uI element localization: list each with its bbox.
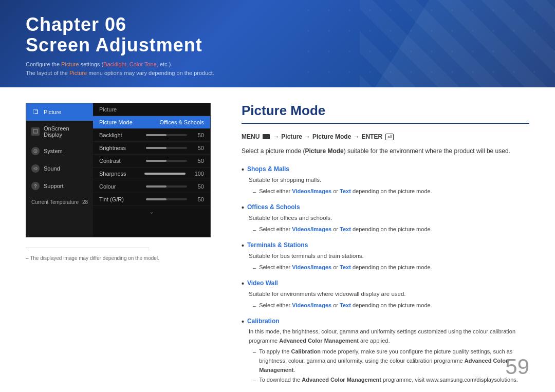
row-label-backlight: Backlight bbox=[99, 132, 135, 138]
svg-point-4 bbox=[35, 151, 36, 152]
intro-text: Select a picture mode (Picture Mode) sui… bbox=[242, 146, 529, 156]
mockup-row-picture-mode[interactable]: Picture Mode Offices & Schools bbox=[93, 116, 210, 129]
mockup-row-tint[interactable]: Tint (G/R) 50 bbox=[93, 193, 210, 206]
row-value-picture-mode: Offices & Schools bbox=[159, 119, 204, 125]
menu-menu: MENU bbox=[242, 133, 260, 140]
bullet-title-shops: • Shops & Malls bbox=[242, 165, 529, 173]
desc2-picture: Picture bbox=[69, 70, 87, 76]
desc1-picture: Picture bbox=[61, 61, 79, 67]
chapter-subtitle: Screen Adjustment bbox=[26, 35, 202, 55]
bullet-video-wall: • Video Wall Suitable for environments w… bbox=[242, 279, 529, 310]
sidebar-label-support: Support bbox=[44, 183, 64, 189]
page-number: 59 bbox=[505, 354, 529, 379]
left-divider bbox=[26, 248, 149, 248]
bullet-dot-offices: • bbox=[242, 204, 244, 211]
bullet-calibration: • Calibration In this mode, the brightne… bbox=[242, 318, 529, 385]
sound-sidebar-icon bbox=[31, 164, 40, 173]
sub-text-terminals: Select either Videos/Images or Text depe… bbox=[259, 263, 432, 272]
sidebar-item-onscreen[interactable]: OnScreen Display bbox=[26, 121, 93, 142]
row-value-colour: 50 bbox=[198, 183, 204, 190]
bullet-dot-terminals: • bbox=[242, 242, 244, 249]
sidebar-item-sound[interactable]: Sound bbox=[26, 160, 93, 177]
calibration-desc1: In this mode, the brightness, colour, ga… bbox=[249, 327, 529, 345]
bullet-terminals: • Terminals & Stations Suitable for bus … bbox=[242, 241, 529, 272]
menu-arrow1: → bbox=[273, 133, 279, 140]
bullet-label-offices: Offices & Schools bbox=[247, 203, 300, 211]
sidebar-item-picture[interactable]: Picture bbox=[26, 103, 93, 121]
main-content: Picture OnScreen Display System bbox=[0, 87, 555, 392]
row-value-backlight: 50 bbox=[198, 132, 204, 138]
enter-icon: ⏎ bbox=[385, 134, 394, 140]
sub-dash-cal1: – bbox=[253, 348, 256, 357]
right-panel: Picture Mode MENU → Picture → Picture Mo… bbox=[242, 103, 529, 377]
menu-arrow2: → bbox=[304, 133, 310, 140]
row-value-contrast: 50 bbox=[198, 158, 204, 164]
header-text: Chapter 06 Screen Adjustment bbox=[26, 14, 202, 55]
sidebar-temp: Current Temperature 28 bbox=[26, 195, 93, 210]
row-label-sharpness: Sharpness bbox=[99, 171, 135, 177]
sidebar-label-onscreen: OnScreen Display bbox=[44, 125, 88, 138]
mockup-row-brightness[interactable]: Brightness 50 bbox=[93, 142, 210, 155]
mockup-row-colour[interactable]: Colour 50 bbox=[93, 180, 210, 193]
row-bar-brightness bbox=[146, 147, 187, 149]
sub-text-cal1: To apply the Calibration mode properly, … bbox=[259, 347, 529, 375]
menu-path: MENU → Picture → Picture Mode → ENTER ⏎ bbox=[242, 133, 529, 140]
mockup-row-sharpness[interactable]: Sharpness 100 bbox=[93, 167, 210, 180]
row-value-tint: 50 bbox=[198, 196, 204, 202]
display-sidebar-icon bbox=[31, 127, 40, 136]
bullet-desc-video-wall: Suitable for environments where videowal… bbox=[249, 289, 529, 298]
picture-sidebar-icon bbox=[31, 108, 40, 116]
row-bar-contrast bbox=[146, 160, 187, 162]
sub-dash-cal2: – bbox=[253, 376, 256, 385]
bullet-title-terminals: • Terminals & Stations bbox=[242, 241, 529, 249]
desc1-color: Backlight, Color Tone, bbox=[103, 61, 158, 67]
bullet-label-terminals: Terminals & Stations bbox=[247, 241, 308, 249]
header-desc-line1: Configure the Picture settings (Backligh… bbox=[26, 60, 214, 69]
svg-rect-2 bbox=[33, 129, 38, 133]
mockup-main: Picture Picture Mode Offices & Schools B… bbox=[93, 103, 210, 237]
svg-marker-5 bbox=[34, 167, 36, 170]
sub-dash-video-wall: – bbox=[253, 302, 256, 311]
row-value-brightness: 50 bbox=[198, 145, 204, 151]
header-desc: Configure the Picture settings (Backligh… bbox=[26, 60, 214, 78]
bullet-dot-shops: • bbox=[242, 166, 244, 173]
sidebar-label-system: System bbox=[44, 148, 63, 154]
mockup-main-header: Picture bbox=[93, 103, 210, 116]
system-sidebar-icon bbox=[31, 147, 40, 155]
desc2-suffix: menu options may vary depending on the p… bbox=[87, 70, 214, 76]
note-text: The displayed image may differ depending… bbox=[30, 255, 159, 261]
sub-text-video-wall: Select either Videos/Images or Text depe… bbox=[259, 301, 432, 310]
temp-value: 28 bbox=[82, 199, 88, 205]
bullet-title-video-wall: • Video Wall bbox=[242, 279, 529, 287]
bullet-title-offices: • Offices & Schools bbox=[242, 203, 529, 211]
ui-mockup: Picture OnScreen Display System bbox=[26, 103, 211, 237]
sub-bullet-offices: – Select either Videos/Images or Text de… bbox=[253, 225, 529, 235]
left-panel: Picture OnScreen Display System bbox=[26, 103, 221, 377]
hex-pattern bbox=[298, 0, 555, 87]
row-bar-colour bbox=[146, 185, 187, 188]
mockup-layout: Picture OnScreen Display System bbox=[26, 103, 210, 237]
menu-picture-mode: Picture Mode bbox=[312, 133, 351, 140]
sub-bullet-calibration1: – To apply the Calibration mode properly… bbox=[253, 347, 529, 375]
bullet-title-calibration: • Calibration bbox=[242, 318, 529, 325]
support-sidebar-icon: ? bbox=[31, 182, 40, 190]
sub-bullet-calibration2: – To download the Advanced Color Managem… bbox=[253, 376, 529, 385]
sidebar-item-system[interactable]: System bbox=[26, 142, 93, 160]
bullet-offices: • Offices & Schools Suitable for offices… bbox=[242, 203, 529, 234]
row-label-contrast: Contrast bbox=[99, 158, 135, 164]
row-label-brightness: Brightness bbox=[99, 145, 135, 151]
menu-icon bbox=[263, 134, 270, 139]
sidebar-label-sound: Sound bbox=[44, 165, 60, 172]
desc1-suffix: etc.). bbox=[158, 61, 173, 67]
row-label-colour: Colour bbox=[99, 183, 135, 190]
mockup-row-contrast[interactable]: Contrast 50 bbox=[93, 155, 210, 167]
mockup-row-backlight[interactable]: Backlight 50 bbox=[93, 129, 210, 142]
sub-text-cal2: To download the Advanced Color Managemen… bbox=[259, 376, 518, 385]
desc1-middle: settings ( bbox=[79, 61, 103, 67]
sub-dash-terminals: – bbox=[253, 264, 256, 273]
left-note: – The displayed image may differ dependi… bbox=[26, 254, 221, 262]
bullet-dot-calibration: • bbox=[242, 318, 244, 325]
desc2-prefix: The layout of the bbox=[26, 70, 69, 76]
sidebar-item-support[interactable]: ? Support bbox=[26, 177, 93, 195]
menu-picture: Picture bbox=[281, 133, 302, 140]
